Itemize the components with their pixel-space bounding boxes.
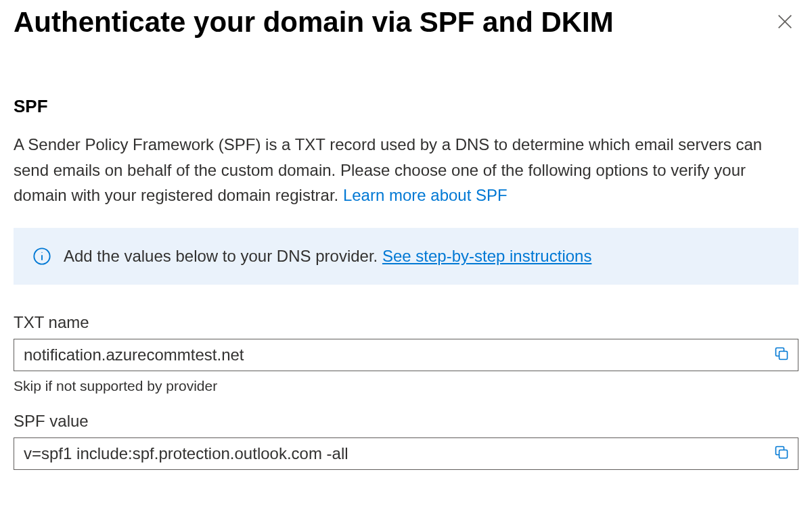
spf-value-input[interactable]	[14, 438, 765, 469]
learn-more-spf-link[interactable]: Learn more about SPF	[343, 186, 508, 204]
auth-domain-panel: Authenticate your domain via SPF and DKI…	[0, 0, 812, 522]
close-icon	[775, 12, 794, 33]
txt-name-helper: Skip if not supported by provider	[14, 378, 798, 394]
info-message: Add the values below to your DNS provide…	[64, 247, 382, 265]
svg-rect-5	[780, 352, 788, 360]
step-by-step-link[interactable]: See step-by-step instructions	[382, 247, 591, 265]
close-button[interactable]	[771, 8, 798, 37]
txt-name-input-wrap	[14, 339, 798, 371]
info-text: Add the values below to your DNS provide…	[64, 247, 591, 266]
info-box: Add the values below to your DNS provide…	[14, 228, 798, 285]
txt-name-label: TXT name	[14, 313, 798, 332]
copy-spf-value-button[interactable]	[765, 438, 798, 469]
scroll-spacer	[14, 477, 798, 522]
page-title: Authenticate your domain via SPF and DKI…	[14, 5, 614, 39]
copy-icon	[773, 444, 790, 462]
spf-description: A Sender Policy Framework (SPF) is a TXT…	[14, 132, 798, 208]
copy-txt-name-button[interactable]	[765, 339, 798, 371]
spf-value-input-wrap	[14, 437, 798, 470]
info-icon	[32, 247, 51, 266]
spf-heading: SPF	[14, 96, 798, 117]
svg-point-4	[41, 252, 42, 253]
svg-rect-6	[780, 450, 788, 458]
txt-name-input[interactable]	[14, 339, 765, 371]
spf-value-label: SPF value	[14, 412, 798, 431]
panel-header: Authenticate your domain via SPF and DKI…	[14, 0, 798, 47]
copy-icon	[773, 346, 790, 364]
